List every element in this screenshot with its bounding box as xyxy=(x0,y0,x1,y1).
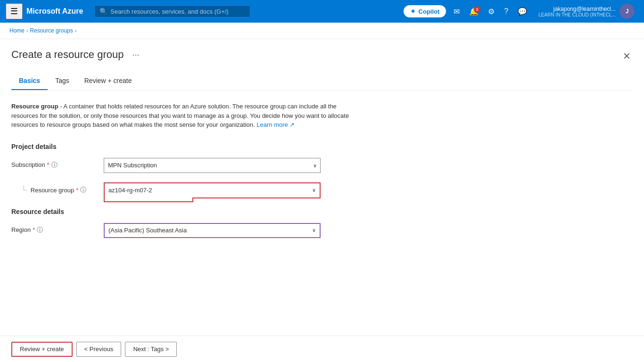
email-icon: ✉ xyxy=(454,8,460,16)
resource-group-dropdown xyxy=(104,197,193,202)
resource-group-info-icon[interactable]: ⓘ xyxy=(80,186,86,194)
subscription-label-text: Subscription xyxy=(11,161,45,168)
region-dropdown-wrapper: (Asia Pacific) Southeast Asia ∨ xyxy=(104,223,321,238)
resource-group-dropdown-arrow: ∨ xyxy=(312,187,320,193)
resource-group-input[interactable] xyxy=(105,183,312,197)
email-button[interactable]: ✉ xyxy=(450,5,463,18)
user-subscription: LEARN IN THE CLOUD (INTHECL... xyxy=(538,12,616,17)
subscription-group: Subscription * ⓘ MPN Subscription ∨ xyxy=(11,158,633,173)
user-info: jakapong@learninthecl... LEARN IN THE CL… xyxy=(538,6,616,17)
next-button[interactable]: Next : Tags > xyxy=(125,342,177,357)
user-menu[interactable]: jakapong@learninthecl... LEARN IN THE CL… xyxy=(535,2,638,21)
page-menu-button[interactable]: ··· xyxy=(129,49,142,61)
region-group: Region * ⓘ (Asia Pacific) Southeast Asia… xyxy=(11,223,633,238)
learn-more-link[interactable]: Learn more ↗ xyxy=(256,121,295,128)
region-select-row[interactable]: (Asia Pacific) Southeast Asia ∨ xyxy=(104,223,321,238)
copilot-button[interactable]: ✦ Copilot xyxy=(404,5,446,17)
page-title: Create a resource group xyxy=(11,49,124,61)
help-button[interactable]: ? xyxy=(500,5,512,17)
breadcrumb-home[interactable]: Home xyxy=(9,27,25,34)
help-icon: ? xyxy=(504,7,508,15)
subscription-label: Subscription * ⓘ xyxy=(11,158,96,169)
copilot-icon: ✦ xyxy=(410,8,416,15)
tabs: Basics Tags Review + create xyxy=(11,72,633,90)
external-link-icon: ↗ xyxy=(289,121,295,128)
breadcrumb-separator-1: › xyxy=(26,28,28,33)
region-select[interactable]: (Asia Pacific) Southeast Asia xyxy=(105,224,312,237)
resource-group-input-row: ∨ xyxy=(104,182,321,198)
region-label-text: Region xyxy=(11,226,31,233)
description-body: - A container that holds related resourc… xyxy=(11,103,349,128)
notifications-badge: 6 xyxy=(474,6,480,13)
tab-tags[interactable]: Tags xyxy=(48,72,77,90)
description: Resource group - A container that holds … xyxy=(11,102,351,130)
description-bold: Resource group xyxy=(11,103,58,110)
feedback-button[interactable]: 💬 xyxy=(514,5,531,18)
breadcrumb-resource-groups[interactable]: Resource groups xyxy=(30,27,73,34)
subscription-info-icon[interactable]: ⓘ xyxy=(51,161,58,169)
brand-logo: Microsoft Azure xyxy=(26,7,83,16)
settings-icon: ⚙ xyxy=(488,8,495,16)
breadcrumb-separator-2: › xyxy=(75,28,76,33)
subscription-dropdown[interactable]: MPN Subscription ∨ xyxy=(104,158,321,173)
region-required: * xyxy=(33,226,35,233)
search-bar[interactable]: 🔍 xyxy=(94,5,250,17)
top-nav: ☰ Microsoft Azure 🔍 ✦ Copilot ✉ 🔔 6 ⚙ ? … xyxy=(0,0,644,23)
region-label: Region * ⓘ xyxy=(11,223,96,234)
user-name: jakapong@learninthecl... xyxy=(538,6,616,12)
main-content: Create a resource group ··· ✕ Basics Tag… xyxy=(0,39,644,362)
previous-button[interactable]: < Previous xyxy=(76,342,122,357)
subscription-required: * xyxy=(47,161,50,168)
resource-group-required: * xyxy=(76,187,78,194)
avatar: J xyxy=(619,4,635,19)
project-details-title: Project details xyxy=(11,143,633,150)
tab-review-create[interactable]: Review + create xyxy=(77,72,140,90)
resource-group-label-text: Resource group xyxy=(31,187,74,194)
notifications-button[interactable]: 🔔 6 xyxy=(465,5,482,18)
region-info-icon[interactable]: ⓘ xyxy=(37,226,43,234)
resource-group-field: ∨ xyxy=(104,182,321,198)
breadcrumb: Home › Resource groups › xyxy=(0,23,644,39)
search-input[interactable] xyxy=(110,8,245,15)
settings-button[interactable]: ⚙ xyxy=(484,5,498,18)
close-button[interactable]: ✕ xyxy=(621,49,633,64)
tab-basics[interactable]: Basics xyxy=(11,72,48,90)
region-dropdown-arrow: ∨ xyxy=(312,227,320,233)
feedback-icon: 💬 xyxy=(518,8,527,16)
page-header: Create a resource group ··· xyxy=(11,49,633,61)
hamburger-button[interactable]: ☰ xyxy=(6,3,23,19)
resource-details-title: Resource details xyxy=(11,208,633,215)
nav-icons: ✉ 🔔 6 ⚙ ? 💬 xyxy=(450,5,531,18)
copilot-label: Copilot xyxy=(419,8,440,15)
bottom-bar: Review + create < Previous Next : Tags > xyxy=(0,336,644,362)
resource-group-label: └ Resource group * ⓘ xyxy=(11,182,96,195)
search-icon: 🔍 xyxy=(99,8,107,15)
resource-group-group: └ Resource group * ⓘ ∨ xyxy=(11,182,633,198)
review-create-button[interactable]: Review + create xyxy=(11,342,73,357)
subscription-select[interactable]: MPN Subscription xyxy=(104,158,321,173)
